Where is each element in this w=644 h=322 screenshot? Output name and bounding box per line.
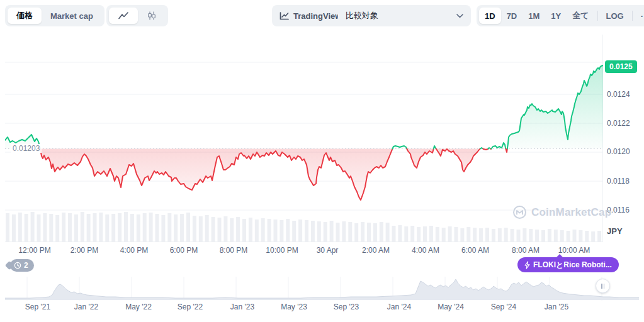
volume-bar xyxy=(597,231,601,242)
line-chart-type-button[interactable] xyxy=(109,8,138,24)
volume-bar xyxy=(174,214,178,242)
mode-toggle: 価格 Market cap xyxy=(5,5,105,26)
volume-bar xyxy=(473,228,477,242)
volume-bar xyxy=(18,213,22,242)
chart-type-toggle xyxy=(106,5,168,26)
volume-bar xyxy=(492,229,495,242)
volume-bar xyxy=(99,213,103,242)
candlestick-icon xyxy=(147,11,156,20)
volume-bar xyxy=(517,230,521,242)
volume-bar xyxy=(591,231,595,242)
volume-bar xyxy=(585,231,589,242)
brush-handle[interactable] xyxy=(596,279,610,293)
candlestick-chart-type-button[interactable] xyxy=(138,8,166,24)
x-tick-label: 4:00 AM xyxy=(412,246,439,255)
volume-bar xyxy=(560,230,564,242)
volume-bar xyxy=(205,215,209,242)
volume-bar xyxy=(466,227,470,242)
volume-bar xyxy=(380,222,383,242)
volume-bar xyxy=(149,213,153,242)
volume-bar xyxy=(118,213,121,242)
volume-bar xyxy=(74,214,78,242)
volume-bar xyxy=(6,213,9,242)
volume-bar xyxy=(37,214,41,242)
volume-bar xyxy=(479,228,483,242)
compare-dropdown[interactable]: 比較対象 xyxy=(338,5,471,26)
volume-bar xyxy=(311,221,315,242)
volume-bar xyxy=(180,214,184,242)
volume-bar xyxy=(81,212,84,242)
volume-bar xyxy=(155,214,159,242)
volume-bar xyxy=(511,229,514,242)
date-tick-label: Jan '25 xyxy=(545,303,568,311)
y-tick-label: 0.0120 xyxy=(607,147,630,156)
volume-bar xyxy=(93,213,97,242)
volume-bar xyxy=(498,228,502,242)
volume-bar xyxy=(186,213,190,242)
page: { "toolbar": { "price_tab": "価格", "marke… xyxy=(0,0,644,322)
volume-bar xyxy=(554,230,558,242)
volume-bar xyxy=(255,219,259,242)
range-all[interactable]: 全て xyxy=(567,8,594,24)
price-area-fill xyxy=(507,65,603,149)
tab-price[interactable]: 価格 xyxy=(8,8,42,24)
volume-bar xyxy=(423,226,427,242)
volume-bar xyxy=(230,218,234,242)
tradingview-button[interactable]: TradingView xyxy=(272,5,349,26)
volume-bar xyxy=(529,229,533,242)
volume-bar xyxy=(535,230,539,242)
date-tick-label: May '22 xyxy=(125,303,152,311)
history-badge[interactable]: 2 xyxy=(10,259,34,272)
volume-bar xyxy=(236,217,240,242)
date-tick-label: May '23 xyxy=(281,303,307,311)
volume-bar xyxy=(68,213,72,242)
volume-bar xyxy=(242,219,246,242)
price-area-fill xyxy=(40,149,393,201)
volume-bar xyxy=(212,217,215,242)
volume-bar xyxy=(442,228,446,242)
volume-bar xyxy=(43,213,47,242)
x-tick-label: 2:00 PM xyxy=(71,246,99,255)
coinmarketcap-logo-icon xyxy=(512,205,527,219)
volume-bar xyxy=(249,218,252,242)
volume-bar xyxy=(548,229,551,242)
x-tick-label: 8:00 AM xyxy=(512,246,539,255)
timeline-brush[interactable] xyxy=(5,277,639,301)
volume-bar xyxy=(105,214,109,242)
volume-bar xyxy=(448,226,452,242)
range-7d[interactable]: 7D xyxy=(501,8,523,24)
volume-bar xyxy=(49,214,53,242)
volume-bar xyxy=(354,223,358,242)
volume-bar xyxy=(342,221,346,242)
volume-bar xyxy=(268,219,271,242)
range-1m[interactable]: 1M xyxy=(523,8,545,24)
event-badge[interactable]: FLOKIとRice Roboti... xyxy=(517,257,619,272)
volume-bar xyxy=(336,223,340,242)
volume-bar xyxy=(161,215,165,242)
volume-bar xyxy=(298,219,302,242)
volume-bar xyxy=(280,220,283,242)
y-tick-label: 0.0118 xyxy=(607,177,630,186)
tab-market-cap[interactable]: Market cap xyxy=(42,8,102,24)
volume-bar xyxy=(286,219,290,242)
volume-bar xyxy=(504,228,508,242)
volume-bar xyxy=(367,223,371,242)
volume-bar xyxy=(137,214,140,242)
volume-bar xyxy=(274,219,278,242)
date-axis: Sep '21Jan '22May '22Sep '22Jan '23May '… xyxy=(5,303,639,311)
range-1d[interactable]: 1D xyxy=(479,8,501,24)
volume-bar xyxy=(579,230,582,242)
y-tick-label: 0.0122 xyxy=(607,119,630,128)
volume-bar xyxy=(460,228,464,242)
volume-bar xyxy=(305,220,308,242)
date-tick-label: Sep '21 xyxy=(25,303,50,311)
range-1y[interactable]: 1Y xyxy=(545,8,567,24)
volume-bar xyxy=(292,221,296,242)
volume-bar xyxy=(31,212,35,242)
volume-bar xyxy=(417,227,421,242)
volume-bar xyxy=(130,214,134,242)
more-options-button[interactable]: ··· xyxy=(635,8,644,24)
date-tick-label: Jan '24 xyxy=(387,303,411,311)
log-scale-button[interactable]: LOG xyxy=(601,8,630,24)
x-tick-label: 6:00 AM xyxy=(461,246,489,255)
